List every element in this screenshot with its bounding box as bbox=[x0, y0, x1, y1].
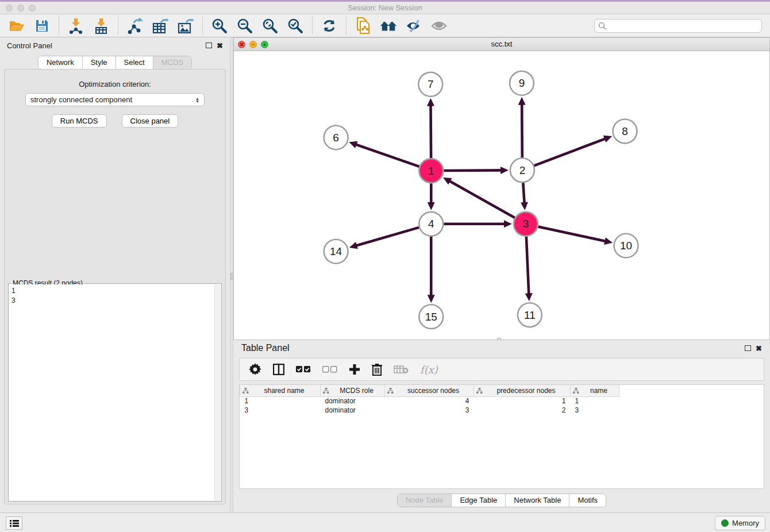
table-cell[interactable]: 3 bbox=[571, 406, 619, 415]
graph-node-7[interactable]: 7 bbox=[418, 72, 442, 97]
close-panel-button[interactable]: Close panel bbox=[122, 114, 179, 128]
graph-node-15[interactable]: 15 bbox=[419, 304, 443, 329]
zoom-in-icon[interactable] bbox=[211, 17, 228, 34]
tab-network[interactable]: Network bbox=[38, 56, 83, 69]
result-scrollbar[interactable] bbox=[214, 284, 221, 500]
graph-edge-3-11[interactable] bbox=[526, 237, 529, 295]
table-cell[interactable]: 3 bbox=[240, 406, 321, 415]
import-table-icon[interactable] bbox=[93, 17, 110, 34]
export-table-icon[interactable] bbox=[152, 17, 169, 34]
float-table-panel-icon[interactable] bbox=[745, 345, 751, 351]
svg-text:1: 1 bbox=[428, 165, 434, 177]
graph-edge-4-14[interactable] bbox=[355, 228, 419, 246]
column-header-name[interactable]: name bbox=[571, 385, 619, 396]
zoom-fit-icon[interactable] bbox=[261, 17, 279, 34]
node-table: shared nameMCDS rolesuccessor nodesprede… bbox=[239, 384, 764, 489]
delete-column-icon[interactable] bbox=[372, 362, 382, 377]
svg-text:10: 10 bbox=[620, 240, 632, 252]
svg-text:3: 3 bbox=[523, 218, 529, 230]
column-header-MCDS-role[interactable]: MCDS role bbox=[321, 385, 385, 396]
open-folder-icon[interactable] bbox=[8, 17, 25, 34]
column-header-shared-name[interactable]: shared name bbox=[240, 385, 321, 396]
window-minimize-button[interactable] bbox=[17, 5, 24, 11]
graph-node-9[interactable]: 9 bbox=[510, 71, 534, 95]
table-row[interactable]: 1dominator411 bbox=[240, 396, 619, 406]
eye-icon[interactable] bbox=[430, 17, 448, 34]
network-close-button[interactable]: ✕ bbox=[238, 41, 245, 48]
optimization-criterion-select[interactable]: strongly connected component ▲▼ bbox=[25, 93, 205, 106]
graph-node-4[interactable]: 4 bbox=[419, 212, 443, 236]
column-header-successor-nodes[interactable]: successor nodes bbox=[385, 385, 474, 396]
graph-edge-2-8[interactable] bbox=[534, 138, 606, 166]
graph-edge-arrowhead bbox=[521, 202, 528, 210]
graph-node-3[interactable]: 3 bbox=[514, 212, 538, 236]
svg-text:9: 9 bbox=[519, 77, 525, 89]
graph-edge-arrowhead bbox=[428, 202, 435, 210]
graph-edge-3-1[interactable] bbox=[449, 180, 515, 218]
hide-eye-icon[interactable] bbox=[405, 17, 422, 34]
table-cell[interactable]: 1 bbox=[474, 396, 571, 406]
split-panel-icon[interactable] bbox=[273, 362, 284, 377]
svg-text:2: 2 bbox=[519, 164, 526, 176]
tab-mcds[interactable]: MCDS bbox=[153, 56, 191, 69]
graph-node-8[interactable]: 8 bbox=[613, 119, 637, 144]
tab-motifs[interactable]: Motifs bbox=[569, 494, 606, 507]
float-panel-icon[interactable] bbox=[206, 43, 212, 48]
graph-edge-2-9[interactable] bbox=[522, 103, 522, 158]
graph-edge-1-7[interactable] bbox=[430, 105, 431, 159]
table-cell[interactable]: dominator bbox=[321, 406, 385, 415]
deselect-all-checkboxes-icon[interactable] bbox=[322, 362, 337, 377]
table-row[interactable]: 3dominator323 bbox=[240, 406, 619, 415]
zoom-selected-icon[interactable] bbox=[287, 17, 304, 34]
graph-node-1[interactable]: 1 bbox=[419, 159, 443, 183]
table-cell[interactable]: 4 bbox=[385, 396, 474, 406]
network-maximize-button[interactable]: + bbox=[261, 41, 268, 48]
graph-edge-1-2[interactable] bbox=[444, 170, 502, 171]
table-cell[interactable]: dominator bbox=[321, 396, 385, 406]
graph-node-2[interactable]: 2 bbox=[510, 158, 534, 182]
network-minimize-button[interactable]: – bbox=[249, 41, 257, 48]
tab-edge-table[interactable]: Edge Table bbox=[452, 494, 506, 507]
search-input[interactable] bbox=[609, 22, 758, 30]
close-panel-icon[interactable]: ✖ bbox=[217, 43, 223, 49]
graph-node-11[interactable]: 11 bbox=[518, 303, 542, 327]
export-image-icon[interactable] bbox=[177, 17, 194, 34]
window-close-button[interactable] bbox=[6, 5, 13, 11]
home-icon[interactable] bbox=[380, 17, 397, 34]
network-window-titlebar[interactable]: ✕ – + scc.txt bbox=[234, 38, 769, 51]
mcds-result-text[interactable]: 1 3 bbox=[9, 284, 214, 500]
task-list-button[interactable] bbox=[6, 516, 22, 530]
svg-text:11: 11 bbox=[524, 309, 536, 321]
memory-button[interactable]: Memory bbox=[715, 516, 765, 530]
add-column-icon[interactable] bbox=[349, 362, 360, 377]
select-all-checkboxes-icon[interactable] bbox=[296, 362, 311, 377]
refresh-icon[interactable] bbox=[321, 17, 338, 34]
tab-network-table[interactable]: Network Table bbox=[506, 494, 569, 507]
graph-node-14[interactable]: 14 bbox=[324, 240, 348, 264]
graph-edge-1-6[interactable] bbox=[355, 144, 419, 167]
table-cell[interactable]: 1 bbox=[240, 396, 321, 406]
graph-edge-3-10[interactable] bbox=[538, 226, 606, 241]
zoom-out-icon[interactable] bbox=[236, 17, 253, 34]
network-canvas[interactable]: 7968124314101511 bbox=[234, 51, 769, 340]
close-table-panel-icon[interactable]: ✖ bbox=[756, 345, 762, 352]
tab-select[interactable]: Select bbox=[116, 56, 153, 69]
graph-edge-2-3[interactable] bbox=[523, 183, 524, 204]
duplicate-network-icon[interactable] bbox=[355, 17, 372, 34]
window-zoom-button[interactable] bbox=[29, 5, 36, 11]
search-field[interactable] bbox=[594, 19, 762, 33]
run-mcds-button[interactable]: Run MCDS bbox=[52, 114, 107, 128]
tab-style[interactable]: Style bbox=[83, 56, 116, 69]
table-cell[interactable]: 3 bbox=[385, 406, 474, 415]
tab-node-table[interactable]: Node Table bbox=[398, 494, 452, 507]
export-network-icon[interactable] bbox=[126, 17, 144, 34]
import-network-icon[interactable] bbox=[67, 17, 84, 34]
table-cell[interactable]: 1 bbox=[571, 396, 619, 406]
graph-node-6[interactable]: 6 bbox=[324, 125, 348, 149]
table-cell[interactable]: 2 bbox=[474, 406, 571, 415]
column-type-icon bbox=[573, 388, 579, 396]
save-icon[interactable] bbox=[33, 17, 51, 34]
settings-gear-icon[interactable] bbox=[249, 362, 261, 377]
graph-node-10[interactable]: 10 bbox=[614, 234, 638, 258]
column-header-predecessor-nodes[interactable]: predecessor nodes bbox=[474, 385, 571, 396]
